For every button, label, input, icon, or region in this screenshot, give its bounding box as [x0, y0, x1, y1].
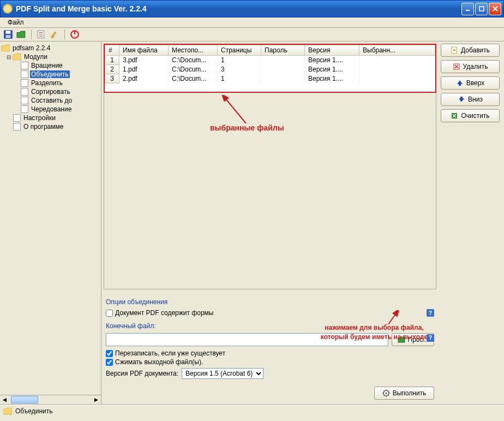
tree-root[interactable]: pdfsam 2.2.4: [1, 44, 100, 52]
sidebar-scrollbar[interactable]: ◄ ►: [0, 395, 101, 404]
status-bar: Объединить: [0, 405, 504, 417]
tree-rotate[interactable]: Вращение: [1, 61, 100, 70]
annotation-browse: нажимаем для выбора файла, который будем…: [314, 323, 434, 342]
tree-about[interactable]: О программе: [1, 122, 100, 131]
checkbox-overwrite-label: Перезаписать, если уже существует: [115, 349, 225, 357]
clear-list-icon: [451, 112, 458, 120]
main-panel: # Имя файла Местопо... Страницы Пароль В…: [101, 41, 504, 404]
arrow-up-icon: [456, 79, 464, 87]
checkbox-forms[interactable]: [106, 310, 113, 317]
down-button[interactable]: Вниз: [441, 93, 500, 106]
toolbar: [0, 28, 504, 41]
col-selected[interactable]: Выбранн...: [359, 45, 435, 56]
title-bar: PDF Split and Merge basic Ver. 2.2.4: [0, 0, 504, 17]
clear-button[interactable]: Очистить: [441, 109, 500, 122]
side-buttons: Добавить Удалить Вверх Вниз Очистить: [436, 41, 500, 400]
arrow-down-icon: [458, 96, 465, 103]
open-icon[interactable]: [16, 29, 26, 39]
gear-icon: [382, 389, 390, 397]
help-icon[interactable]: ?: [427, 309, 434, 317]
svg-point-12: [385, 393, 387, 394]
menu-file[interactable]: Файл: [3, 17, 28, 27]
tree-settings[interactable]: Настройки: [1, 114, 100, 122]
tree: pdfsam 2.2.4 ⊟ Модули Вращение Объединит…: [0, 41, 101, 395]
table-row[interactable]: 32.pdfC:\Docum...1Версия 1....: [105, 74, 435, 84]
svg-rect-1: [479, 7, 484, 11]
merge-options-label: Опции объединения: [106, 298, 434, 306]
status-folder-icon: [3, 407, 12, 415]
col-name[interactable]: Имя файла: [119, 45, 169, 56]
clear-icon[interactable]: [50, 29, 59, 39]
col-version[interactable]: Версия: [305, 45, 359, 56]
annotation-selected-files: выбранные файлы: [210, 123, 284, 132]
col-path[interactable]: Местопо...: [169, 45, 218, 56]
checkbox-compress-label: Сжимать выходной файл(ы).: [115, 358, 203, 366]
checkbox-overwrite[interactable]: [106, 350, 113, 357]
sidebar: pdfsam 2.2.4 ⊟ Модули Вращение Объединит…: [0, 41, 101, 404]
add-button[interactable]: Добавить: [441, 44, 500, 57]
tree-merge[interactable]: Объединить: [1, 70, 100, 79]
minimize-button[interactable]: [461, 3, 474, 15]
svg-rect-6: [51, 36, 54, 38]
app-icon: [3, 4, 13, 14]
col-num[interactable]: #: [105, 45, 119, 56]
annotation-arrow-icon: [219, 95, 251, 128]
svg-line-9: [225, 98, 246, 123]
tree-sort[interactable]: Сортировать: [1, 87, 100, 96]
tree-alternate[interactable]: Чередование: [1, 105, 100, 114]
svg-rect-3: [6, 31, 11, 34]
close-button[interactable]: [489, 3, 501, 15]
tree-split[interactable]: Разделить: [1, 79, 100, 87]
exit-icon[interactable]: [70, 29, 80, 39]
remove-button[interactable]: Удалить: [441, 60, 500, 73]
tree-compose[interactable]: Составить до: [1, 96, 100, 105]
tree-modules[interactable]: ⊟ Модули: [1, 52, 100, 61]
file-table[interactable]: # Имя файла Местопо... Страницы Пароль В…: [105, 45, 435, 84]
annotation-arrow2-icon: [384, 310, 400, 327]
pdf-version-label: Версия PDF документа:: [106, 370, 178, 377]
add-file-icon: [451, 46, 458, 54]
svg-line-10: [388, 313, 396, 324]
pdf-version-select[interactable]: Версия 1.5 (Acrobat 6): [182, 368, 263, 379]
options-panel: Опции объединения Документ PDF содержит …: [104, 289, 436, 400]
col-pages[interactable]: Страницы: [218, 45, 261, 56]
svg-rect-8: [74, 31, 75, 34]
svg-rect-4: [6, 35, 11, 38]
up-button[interactable]: Вверх: [441, 76, 500, 90]
run-button[interactable]: Выполнить: [374, 387, 434, 400]
log-icon[interactable]: [37, 29, 46, 39]
maximize-button[interactable]: [475, 3, 488, 15]
table-row[interactable]: 21.pdfC:\Docum...3Версия 1....: [105, 65, 435, 74]
table-row[interactable]: 13.pdfC:\Docum...1Версия 1....: [105, 56, 435, 65]
status-text: Объединить: [15, 407, 53, 415]
menu-bar: Файл: [0, 17, 504, 28]
delete-icon: [453, 63, 460, 70]
checkbox-forms-label: Документ PDF содержит формы: [115, 309, 213, 317]
svg-rect-0: [466, 10, 470, 11]
save-icon[interactable]: [3, 29, 13, 39]
help-icon[interactable]: ?: [427, 334, 434, 342]
col-password[interactable]: Пароль: [261, 45, 305, 56]
checkbox-compress[interactable]: [106, 359, 113, 366]
file-table-highlight: # Имя файла Местопо... Страницы Пароль В…: [104, 44, 436, 93]
window-title: PDF Split and Merge basic Ver. 2.2.4: [16, 4, 460, 13]
